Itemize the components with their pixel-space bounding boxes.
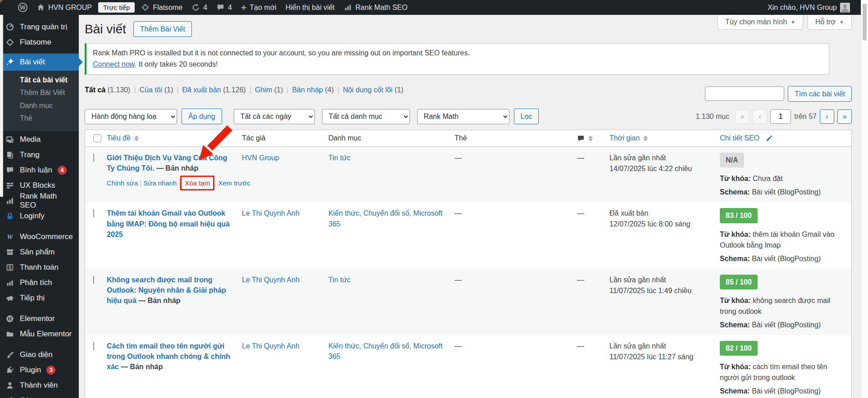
sidebar-item-elementor-templates[interactable]: Mẫu Elementor (0, 326, 79, 342)
help-button[interactable]: Hỗ trợ ▼ (808, 15, 852, 30)
next-page-button[interactable]: › (820, 109, 834, 124)
my-account-menu[interactable]: Xin chào, HVN Group (763, 0, 854, 15)
view-all[interactable]: Tất cả (1.130) (85, 86, 130, 94)
submenu-all-posts[interactable]: Tất cả bài viết (0, 74, 79, 86)
sidebar-item-flatsome[interactable]: Flatsome (0, 35, 79, 50)
live-status-chip[interactable]: Trực tiếp (98, 2, 135, 13)
submenu-add-post[interactable]: Thêm Bài Viết (0, 86, 79, 99)
sidebar-item-plugins[interactable]: Plugin 3 (0, 362, 79, 378)
sidebar-item-rank-math[interactable]: Rank Math SEO (0, 193, 79, 208)
view-posts-menu[interactable]: Hiển thị bài viết (281, 0, 339, 15)
apply-button[interactable]: Áp dụng (182, 109, 222, 124)
view-cornerstone[interactable]: Nội dung cốt lõi (1) (343, 86, 403, 94)
rank-math-menu[interactable]: Rank Math SEO (339, 0, 412, 15)
sidebar-item-appearance[interactable]: Giao diện (0, 347, 79, 362)
elementor-icon (5, 314, 14, 323)
view-drafts[interactable]: Bản nháp (4) (292, 86, 334, 94)
paintbrush-icon (5, 350, 14, 359)
sidebar-item-elementor[interactable]: Elementor (0, 311, 79, 326)
pagination: 1.130 mục « ‹ trên 57 › » (695, 109, 852, 124)
category-links[interactable]: Kiến thức, Chuyển đổi số, Microsoft 365 (328, 342, 443, 360)
current-page-input[interactable] (770, 109, 791, 124)
category-links[interactable]: Kiến thức, Chuyển đổi số, Microsoft 365 (328, 209, 443, 227)
column-header-title[interactable]: Tiêu đề (103, 130, 238, 146)
sidebar-item-ux-blocks[interactable]: UX Blocks (0, 178, 79, 193)
author-link[interactable]: HVN Group (242, 154, 279, 162)
view-published[interactable]: Đã xuất bản (1.126) (182, 86, 245, 94)
sidebar-item-payments[interactable]: $ Thanh toán (0, 260, 79, 275)
site-name-menu[interactable]: HVN GROUP (32, 0, 96, 15)
last-page-button[interactable]: » (837, 109, 852, 124)
screen-options-button[interactable]: Tùy chọn màn hình ▼ (718, 15, 803, 30)
view-mine[interactable]: Của tôi (1) (140, 86, 173, 94)
bulk-action-select[interactable]: Hành động hàng loạt (85, 109, 177, 124)
add-new-post-button[interactable]: Thêm Bài Viết (133, 21, 192, 37)
preview-action-link[interactable]: Xem trước (218, 179, 250, 187)
title-cell: Giới Thiệu Dịch Vụ Vàng Của Công Ty Chún… (103, 147, 238, 194)
table-row: Giới Thiệu Dịch Vụ Vàng Của Công Ty Chún… (85, 147, 851, 202)
seo-cell: 83 / 100 Từ khóa: thêm tài khoản Gmail v… (716, 202, 851, 268)
row-checkbox[interactable] (93, 342, 94, 350)
sidebar-item-media[interactable]: Media (0, 132, 79, 147)
author-link[interactable]: Le Thi Quynh Anh (242, 342, 300, 350)
first-page-button[interactable]: « (735, 109, 750, 124)
scrollbar-thumb[interactable] (863, 4, 867, 41)
trash-action-link[interactable]: Xóa tạm (185, 179, 210, 187)
column-header-time[interactable]: Thời gian (606, 130, 716, 146)
new-content-menu[interactable]: + Tạo mới (236, 0, 281, 15)
quick-edit-action-link[interactable]: Sửa nhanh (143, 179, 177, 187)
row-checkbox[interactable] (93, 276, 94, 284)
author-link[interactable]: Le Thi Quynh Anh (242, 276, 300, 284)
pushpin-icon (5, 58, 14, 67)
sidebar-item-label: Bài viết (20, 58, 45, 67)
select-all-checkbox[interactable] (93, 134, 101, 142)
submenu-categories[interactable]: Danh mục (0, 100, 79, 112)
wordpress-logo-menu[interactable]: W (14, 0, 32, 15)
ux-blocks-icon (5, 181, 14, 190)
plus-icon: + (241, 3, 246, 12)
category-filter-select[interactable]: Tất cả danh mục (322, 109, 410, 124)
user-icon (5, 381, 14, 390)
sidebar-item-marketing[interactable]: Tiếp thị (0, 290, 79, 306)
page-scrollbar[interactable] (861, 0, 868, 398)
table-row: Cách tìm email theo tên người gửi trong … (85, 335, 851, 398)
filter-button[interactable]: Lọc (514, 109, 539, 124)
flatsome-menu[interactable]: Flatsome (136, 0, 187, 15)
sidebar-item-comments[interactable]: Bình luận 4 (0, 163, 79, 178)
submenu-tags[interactable]: Thẻ (0, 112, 79, 125)
view-pinned[interactable]: Ghim (1) (255, 86, 283, 94)
row-checkbox[interactable] (93, 154, 94, 162)
rankmath-filter-select[interactable]: Rank Math (417, 109, 509, 124)
edit-action-link[interactable]: Chỉnh sửa (107, 179, 138, 187)
search-input[interactable] (705, 86, 784, 101)
sidebar-item-loginfy[interactable]: Loginfy (0, 208, 79, 224)
updates-menu[interactable]: 4 (187, 0, 212, 15)
sidebar-item-posts[interactable]: Bài viết (0, 54, 79, 71)
search-posts-button[interactable]: Tìm các bài viết (788, 86, 852, 102)
sidebar-item-dashboard[interactable]: Trang quản trị (0, 19, 79, 35)
sidebar-item-label: Công cụ (20, 396, 48, 398)
plugins-badge: 3 (46, 366, 55, 375)
post-title-link[interactable]: Thêm tài khoản Gmail vào Outlook bằng IM… (107, 209, 230, 238)
sidebar-item-label: Thanh toán (20, 263, 59, 272)
connect-now-link[interactable]: Connect now (93, 60, 135, 68)
column-header-comments[interactable] (573, 130, 606, 146)
dates-filter-select[interactable]: Tất cả các ngày (234, 109, 315, 124)
sidebar-item-pages[interactable]: Trang (0, 147, 79, 163)
prev-page-button[interactable]: ‹ (753, 109, 767, 124)
sidebar-item-products[interactable]: Sản phẩm (0, 244, 79, 260)
sidebar-item-label: Tiếp thị (20, 294, 45, 303)
comments-menu[interactable]: 4 (212, 0, 236, 15)
column-header-tags: Thẻ (451, 130, 573, 146)
sidebar-item-analytics[interactable]: Phân tích (0, 275, 79, 290)
row-checkbox[interactable] (93, 209, 94, 217)
sidebar-item-tools[interactable]: Công cụ (0, 393, 79, 398)
category-links[interactable]: Tin tức (328, 154, 350, 162)
row-actions: Chỉnh sửa|Sửa nhanh|Xóa tạm|Xem trước (107, 177, 235, 190)
updates-icon (191, 3, 200, 12)
category-links[interactable]: Tin tức (328, 276, 350, 284)
sidebar-item-users[interactable]: Thành viên (0, 378, 79, 393)
author-link[interactable]: Le Thi Quynh Anh (242, 209, 300, 217)
notice-message: Rank Math PRO is installed but it is not… (93, 48, 823, 59)
sidebar-item-woocommerce[interactable]: W WooCommerce (0, 229, 79, 244)
